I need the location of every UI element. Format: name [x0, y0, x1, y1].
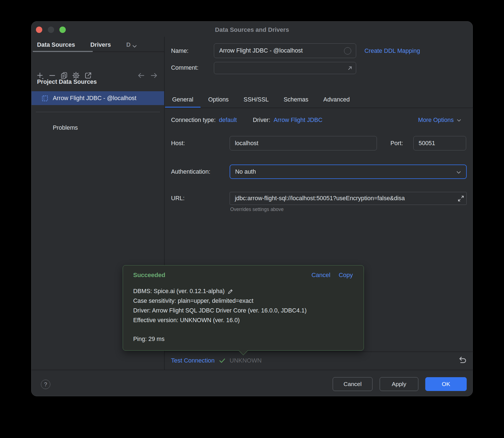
status-badge: UNKNOWN — [230, 357, 262, 364]
tab-ssh-ssl[interactable]: SSH/SSL — [237, 91, 276, 108]
forward-icon[interactable] — [150, 71, 158, 80]
tab-drivers[interactable]: Drivers — [90, 41, 111, 48]
connection-type-link[interactable]: default — [219, 117, 237, 124]
list-item-label: Arrow Flight JDBC - @localhost — [53, 95, 136, 102]
driver-link[interactable]: Arrow Flight JDBC — [274, 117, 322, 124]
tab-options[interactable]: Options — [201, 91, 236, 108]
url-note: Overrides settings above — [230, 207, 284, 212]
authentication-label: Authentication: — [171, 168, 210, 175]
popup-caret — [239, 346, 248, 355]
chevron-down-icon — [456, 117, 462, 124]
expand-both-icon[interactable] — [457, 195, 465, 202]
host-input[interactable]: localhost — [230, 136, 377, 150]
port-input[interactable]: 50051 — [413, 136, 466, 150]
pencil-icon[interactable] — [227, 288, 234, 295]
active-tab-underline — [33, 51, 93, 52]
driver-label: Driver: — [253, 117, 270, 124]
url-label: URL: — [171, 195, 185, 202]
more-options-label: More Options — [418, 117, 454, 124]
status-succeeded: Succeeded — [133, 272, 165, 279]
url-input[interactable]: jdbc:arrow-flight-sql://localhost:50051?… — [230, 192, 467, 205]
host-label: Host: — [171, 140, 185, 147]
tab-data-sources[interactable]: Data Sources — [37, 41, 75, 48]
authentication-select[interactable]: No auth — [230, 165, 467, 179]
host-value: localhost — [235, 140, 258, 147]
section-header: Project Data Sources — [37, 79, 97, 85]
apply-button[interactable]: Apply — [380, 377, 418, 391]
popup-line-driver: Driver: Arrow Flight SQL JDBC Driver Cor… — [133, 306, 355, 316]
name-value: Arrow Flight JDBC - @localhost — [219, 47, 303, 54]
name-input[interactable]: Arrow Flight JDBC - @localhost — [214, 43, 356, 58]
comment-label: Comment: — [171, 64, 198, 71]
tab-general[interactable]: General — [165, 91, 201, 108]
help-icon[interactable]: ? — [41, 380, 50, 389]
authentication-value: No auth — [235, 168, 256, 175]
check-icon — [218, 357, 226, 364]
cancel-button[interactable]: Cancel — [333, 377, 372, 391]
chevron-down-icon — [455, 169, 462, 176]
create-ddl-mapping-link[interactable]: Create DDL Mapping — [364, 48, 420, 54]
popup-ping: Ping: 29 ms — [133, 334, 355, 344]
popup-copy-link[interactable]: Copy — [339, 272, 353, 279]
page-title: Data Sources and Drivers — [32, 26, 473, 33]
form-tab-strip: General Options SSH/SSL Schemas Advanced — [165, 91, 357, 108]
connection-type-label: Connection type: — [171, 117, 216, 124]
spinner-circle-icon — [344, 47, 351, 54]
popup-line-case: Case sensitivity: plain=upper, delimited… — [133, 296, 355, 306]
name-label: Name: — [171, 48, 188, 54]
test-connection-popup: Succeeded Cancel Copy DBMS: Spice.ai (ve… — [123, 265, 364, 351]
port-value: 50051 — [419, 140, 435, 147]
tab-advanced[interactable]: Advanced — [316, 91, 357, 108]
tab-schemas[interactable]: Schemas — [276, 91, 316, 108]
sidebar-item-problems[interactable]: Problems — [53, 124, 78, 131]
tab-ddl-truncated[interactable]: D — [126, 41, 131, 48]
datasource-icon — [41, 95, 48, 102]
comment-input[interactable] — [214, 62, 356, 74]
more-options[interactable]: More Options — [418, 117, 462, 124]
back-icon[interactable] — [137, 71, 145, 80]
chevron-down-icon[interactable] — [131, 43, 138, 50]
list-item-selected[interactable]: Arrow Flight JDBC - @localhost — [32, 91, 164, 105]
ok-button[interactable]: OK — [425, 377, 467, 391]
popup-line-version: Effective version: UNKNOWN (ver. 16.0) — [133, 316, 355, 325]
popup-cancel-link[interactable]: Cancel — [311, 272, 330, 279]
undo-icon[interactable] — [457, 355, 467, 365]
port-label: Port: — [390, 140, 403, 147]
url-value: jdbc:arrow-flight-sql://localhost:50051?… — [235, 195, 405, 202]
connection-type-row: Connection type: default Driver: Arrow F… — [171, 117, 322, 124]
expand-icon[interactable] — [346, 64, 354, 72]
data-sources-dialog: Data Sources and Drivers Data Sources Dr… — [31, 21, 473, 396]
test-connection-link[interactable]: Test Connection — [171, 357, 215, 364]
popup-line-dbms: DBMS: Spice.ai (ver. 0.12.1-alpha) — [133, 286, 355, 296]
